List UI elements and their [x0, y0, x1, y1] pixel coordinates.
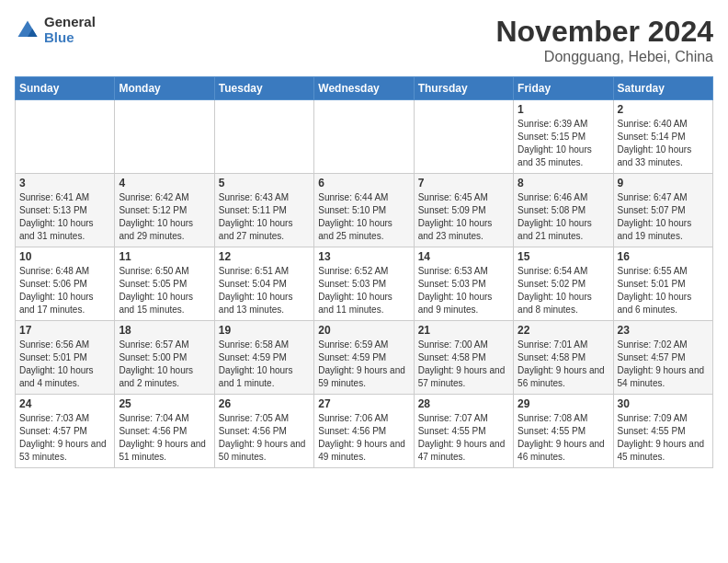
calendar-cell: 17Sunrise: 6:56 AM Sunset: 5:01 PM Dayli… — [16, 321, 115, 395]
day-number: 21 — [418, 324, 509, 337]
calendar-cell: 29Sunrise: 7:08 AM Sunset: 4:55 PM Dayli… — [514, 395, 613, 468]
day-number: 22 — [518, 324, 609, 337]
calendar-cell: 22Sunrise: 7:01 AM Sunset: 4:58 PM Dayli… — [514, 321, 613, 395]
day-info: Sunrise: 7:02 AM Sunset: 4:57 PM Dayligh… — [618, 339, 709, 390]
day-info: Sunrise: 6:57 AM Sunset: 5:00 PM Dayligh… — [119, 339, 210, 390]
logo-general-text: General — [44, 15, 96, 30]
day-info: Sunrise: 7:04 AM Sunset: 4:56 PM Dayligh… — [119, 412, 210, 464]
day-number: 27 — [318, 397, 409, 410]
day-number: 9 — [618, 177, 709, 190]
day-number: 20 — [318, 324, 409, 337]
day-number: 23 — [618, 324, 709, 337]
day-number: 25 — [119, 397, 210, 410]
day-info: Sunrise: 6:54 AM Sunset: 5:02 PM Dayligh… — [518, 265, 609, 316]
day-info: Sunrise: 7:08 AM Sunset: 4:55 PM Dayligh… — [518, 412, 609, 464]
day-info: Sunrise: 7:03 AM Sunset: 4:57 PM Dayligh… — [19, 412, 110, 464]
day-number: 11 — [119, 250, 210, 263]
day-info: Sunrise: 6:46 AM Sunset: 5:08 PM Dayligh… — [518, 191, 609, 243]
calendar-cell: 4Sunrise: 6:42 AM Sunset: 5:12 PM Daylig… — [115, 174, 214, 247]
calendar-cell: 2Sunrise: 6:40 AM Sunset: 5:14 PM Daylig… — [613, 100, 712, 174]
day-number: 7 — [418, 177, 509, 190]
calendar-cell: 3Sunrise: 6:41 AM Sunset: 5:13 PM Daylig… — [16, 174, 115, 247]
calendar-week-row: 17Sunrise: 6:56 AM Sunset: 5:01 PM Dayli… — [16, 321, 713, 395]
logo-text: General Blue — [44, 15, 96, 45]
day-number: 30 — [618, 397, 709, 410]
day-info: Sunrise: 6:47 AM Sunset: 5:07 PM Dayligh… — [618, 191, 709, 243]
day-number: 10 — [19, 250, 110, 263]
day-info: Sunrise: 6:52 AM Sunset: 5:03 PM Dayligh… — [318, 265, 409, 316]
day-number: 29 — [518, 397, 609, 410]
weekday-header-cell: Saturday — [613, 77, 712, 100]
day-info: Sunrise: 7:05 AM Sunset: 4:56 PM Dayligh… — [219, 412, 310, 464]
page-header: General Blue November 2024 Dongguang, He… — [15, 15, 713, 65]
day-info: Sunrise: 6:59 AM Sunset: 4:59 PM Dayligh… — [318, 339, 409, 390]
day-number: 19 — [219, 324, 310, 337]
calendar-cell: 14Sunrise: 6:53 AM Sunset: 5:03 PM Dayli… — [414, 247, 513, 321]
calendar-cell: 23Sunrise: 7:02 AM Sunset: 4:57 PM Dayli… — [613, 321, 712, 395]
calendar-cell: 18Sunrise: 6:57 AM Sunset: 5:00 PM Dayli… — [115, 321, 214, 395]
day-info: Sunrise: 6:39 AM Sunset: 5:15 PM Dayligh… — [518, 118, 609, 169]
weekday-header-cell: Sunday — [16, 77, 115, 100]
day-number: 13 — [318, 250, 409, 263]
calendar-cell: 28Sunrise: 7:07 AM Sunset: 4:55 PM Dayli… — [414, 395, 513, 468]
logo-icon — [15, 17, 40, 43]
day-info: Sunrise: 6:55 AM Sunset: 5:01 PM Dayligh… — [618, 265, 709, 316]
day-info: Sunrise: 6:58 AM Sunset: 4:59 PM Dayligh… — [219, 339, 310, 390]
day-info: Sunrise: 6:53 AM Sunset: 5:03 PM Dayligh… — [418, 265, 509, 316]
day-info: Sunrise: 6:51 AM Sunset: 5:04 PM Dayligh… — [219, 265, 310, 316]
day-number: 8 — [518, 177, 609, 190]
day-info: Sunrise: 6:41 AM Sunset: 5:13 PM Dayligh… — [19, 191, 110, 243]
day-info: Sunrise: 6:44 AM Sunset: 5:10 PM Dayligh… — [318, 191, 409, 243]
calendar-cell: 8Sunrise: 6:46 AM Sunset: 5:08 PM Daylig… — [514, 174, 613, 247]
calendar-cell: 7Sunrise: 6:45 AM Sunset: 5:09 PM Daylig… — [414, 174, 513, 247]
weekday-header-cell: Thursday — [414, 77, 513, 100]
title-area: November 2024 Dongguang, Hebei, China — [495, 15, 713, 65]
day-info: Sunrise: 6:50 AM Sunset: 5:05 PM Dayligh… — [119, 265, 210, 316]
calendar-cell: 12Sunrise: 6:51 AM Sunset: 5:04 PM Dayli… — [214, 247, 313, 321]
day-number: 1 — [518, 103, 609, 116]
calendar-cell — [314, 100, 414, 174]
month-title: November 2024 — [495, 15, 713, 49]
calendar-cell — [214, 100, 313, 174]
calendar-cell: 30Sunrise: 7:09 AM Sunset: 4:55 PM Dayli… — [613, 395, 712, 468]
day-number: 28 — [418, 397, 509, 410]
day-number: 4 — [119, 177, 210, 190]
calendar-cell: 20Sunrise: 6:59 AM Sunset: 4:59 PM Dayli… — [314, 321, 414, 395]
day-number: 15 — [518, 250, 609, 263]
calendar-week-row: 24Sunrise: 7:03 AM Sunset: 4:57 PM Dayli… — [16, 395, 713, 468]
day-number: 26 — [219, 397, 310, 410]
calendar-cell: 24Sunrise: 7:03 AM Sunset: 4:57 PM Dayli… — [16, 395, 115, 468]
day-info: Sunrise: 6:42 AM Sunset: 5:12 PM Dayligh… — [119, 191, 210, 243]
weekday-header-cell: Wednesday — [314, 77, 414, 100]
calendar-cell: 27Sunrise: 7:06 AM Sunset: 4:56 PM Dayli… — [314, 395, 414, 468]
calendar-cell: 5Sunrise: 6:43 AM Sunset: 5:11 PM Daylig… — [214, 174, 313, 247]
calendar-cell — [414, 100, 513, 174]
day-number: 16 — [618, 250, 709, 263]
day-number: 2 — [618, 103, 709, 116]
day-number: 3 — [19, 177, 110, 190]
weekday-header-cell: Monday — [115, 77, 214, 100]
day-info: Sunrise: 6:56 AM Sunset: 5:01 PM Dayligh… — [19, 339, 110, 390]
calendar-cell: 1Sunrise: 6:39 AM Sunset: 5:15 PM Daylig… — [514, 100, 613, 174]
weekday-header-cell: Tuesday — [214, 77, 313, 100]
day-number: 6 — [318, 177, 409, 190]
calendar-cell: 6Sunrise: 6:44 AM Sunset: 5:10 PM Daylig… — [314, 174, 414, 247]
weekday-header-cell: Friday — [514, 77, 613, 100]
calendar-week-row: 1Sunrise: 6:39 AM Sunset: 5:15 PM Daylig… — [16, 100, 713, 174]
calendar-cell: 10Sunrise: 6:48 AM Sunset: 5:06 PM Dayli… — [16, 247, 115, 321]
day-info: Sunrise: 7:07 AM Sunset: 4:55 PM Dayligh… — [418, 412, 509, 464]
calendar-cell: 21Sunrise: 7:00 AM Sunset: 4:58 PM Dayli… — [414, 321, 513, 395]
day-info: Sunrise: 7:01 AM Sunset: 4:58 PM Dayligh… — [518, 339, 609, 390]
calendar-week-row: 3Sunrise: 6:41 AM Sunset: 5:13 PM Daylig… — [16, 174, 713, 247]
day-info: Sunrise: 6:43 AM Sunset: 5:11 PM Dayligh… — [219, 191, 310, 243]
calendar-cell: 9Sunrise: 6:47 AM Sunset: 5:07 PM Daylig… — [613, 174, 712, 247]
day-number: 5 — [219, 177, 310, 190]
day-info: Sunrise: 6:45 AM Sunset: 5:09 PM Dayligh… — [418, 191, 509, 243]
day-number: 18 — [119, 324, 210, 337]
day-info: Sunrise: 7:09 AM Sunset: 4:55 PM Dayligh… — [618, 412, 709, 464]
day-info: Sunrise: 6:48 AM Sunset: 5:06 PM Dayligh… — [19, 265, 110, 316]
day-info: Sunrise: 7:06 AM Sunset: 4:56 PM Dayligh… — [318, 412, 409, 464]
calendar-week-row: 10Sunrise: 6:48 AM Sunset: 5:06 PM Dayli… — [16, 247, 713, 321]
calendar-cell: 11Sunrise: 6:50 AM Sunset: 5:05 PM Dayli… — [115, 247, 214, 321]
calendar-body: 1Sunrise: 6:39 AM Sunset: 5:15 PM Daylig… — [16, 100, 713, 468]
